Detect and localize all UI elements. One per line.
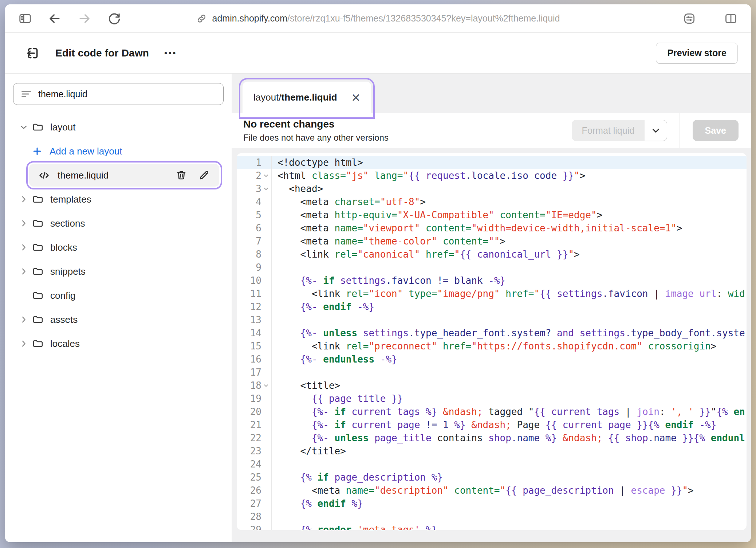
preview-store-button[interactable]: Preview store [656,43,738,64]
code-line-7[interactable]: 7 <meta name="theme-color" content=""> [237,235,747,248]
folder-icon [32,121,44,133]
sidebar-item-config[interactable]: config [13,283,224,308]
sidebar-item-snippets[interactable]: snippets [13,259,224,283]
fold-toggle-icon[interactable] [261,186,270,192]
code-editor[interactable]: 1<!doctype html>2<html class="js" lang="… [237,153,747,530]
code-text: <link rel="icon" type="image/png" href="… [272,287,747,300]
exit-icon [25,46,40,60]
gutter: 17 [237,366,272,379]
split-view-button[interactable] [722,9,740,28]
format-liquid-button[interactable]: Format liquid [572,120,645,141]
code-line-25[interactable]: 25 {% if page_description %} [237,471,747,484]
code-line-6[interactable]: 6 <meta name="viewport" content="width=d… [237,222,747,235]
line-number: 23 [237,446,261,457]
code-line-15[interactable]: 15 <link rel="preconnect" href="https://… [237,340,747,353]
code-line-9[interactable]: 9 [237,261,747,274]
code-line-27[interactable]: 27 {% endif %} [237,497,747,510]
page-settings-button[interactable] [680,9,698,28]
code-text: {% render 'meta-tags' %} [272,523,747,530]
chevron-right-icon[interactable] [18,338,29,349]
code-text: {%- if current_page != 1 %} &ndash; Page… [272,418,747,431]
code-line-12[interactable]: 12 {%- endif -%} [237,300,747,313]
url-bar[interactable]: admin.shopify.com/store/rzq1xu-f5/themes… [196,13,560,24]
version-info-bar: No recent changes File does not have any… [232,113,751,148]
line-number: 29 [237,524,261,530]
tab-theme-liquid[interactable]: layout/theme.liquid × [243,82,371,115]
line-number: 24 [237,459,261,470]
code-line-24[interactable]: 24 [237,458,747,471]
sidebar-toggle-button[interactable] [16,9,34,28]
forward-arrow-icon [77,11,92,26]
sidebar-item-theme-liquid-selected[interactable]: theme.liquid [29,164,219,187]
overflow-menu-button[interactable]: ••• [164,48,177,58]
gutter: 1 [237,156,272,169]
code-line-2[interactable]: 2<html class="js" lang="{{ request.local… [237,169,747,182]
line-number: 22 [237,432,261,443]
code-line-17[interactable]: 17 [237,366,747,379]
version-status-title: No recent changes [243,118,389,130]
line-number: 21 [237,419,261,430]
chevron-down-icon[interactable] [18,122,29,132]
url-text: admin.shopify.com/store/rzq1xu-f5/themes… [212,13,560,24]
code-line-5[interactable]: 5 <meta http-equiv="X-UA-Compatible" con… [237,208,747,222]
url-path: /store/rzq1xu-f5/themes/132683530345?key… [287,13,560,23]
exit-code-editor-button[interactable] [24,44,42,62]
add-layout-link[interactable]: Add a new layout [13,139,224,163]
code-line-3[interactable]: 3 <head> [237,182,747,195]
back-button[interactable] [45,9,64,28]
code-line-11[interactable]: 11 <link rel="icon" type="image/png" hre… [237,287,747,300]
sidebar-item-blocks[interactable]: blocks [13,235,224,259]
file-search-box[interactable] [13,83,224,105]
code-line-1[interactable]: 1<!doctype html> [237,156,747,169]
code-line-19[interactable]: 19 {{ page_title }} [237,392,747,405]
reload-icon [107,11,122,26]
code-line-16[interactable]: 16 {%- endunless -%} [237,353,747,366]
sidebar-item-layout[interactable]: layout [13,115,224,139]
chevron-right-icon[interactable] [18,314,29,325]
folder-icon [32,338,44,349]
code-line-21[interactable]: 21 {%- if current_page != 1 %} &ndash; P… [237,418,747,431]
code-line-18[interactable]: 18 <title> [237,379,747,392]
reload-button[interactable] [105,9,124,28]
code-text: {{ page_title }} [272,392,747,405]
code-line-28[interactable]: 28 [237,510,747,523]
code-line-26[interactable]: 26 <meta name="description" content="{{ … [237,484,747,497]
file-search-input[interactable] [38,89,216,99]
gutter: 20 [237,405,272,418]
gutter: 18 [237,379,272,392]
code-line-10[interactable]: 10 {%- if settings.favicon != blank -%} [237,274,747,287]
code-line-20[interactable]: 20 {%- if current_tags %} &ndash; tagged… [237,405,747,418]
chevron-right-icon[interactable] [18,218,29,228]
code-line-22[interactable]: 22 {%- unless page_title contains shop.n… [237,431,747,445]
rename-file-button[interactable] [197,169,210,182]
filter-icon [21,89,32,99]
sidebar-item-templates[interactable]: templates [13,187,224,211]
chevron-right-icon[interactable] [18,266,29,277]
tab-close-button[interactable]: × [351,91,361,103]
code-icon [38,169,50,181]
format-liquid-dropdown-button[interactable] [645,120,667,141]
chevron-right-icon[interactable] [18,194,29,204]
code-line-23[interactable]: 23 </title> [237,445,747,458]
link-icon [196,13,207,24]
gutter: 29 [237,523,272,530]
save-button[interactable]: Save [693,120,739,141]
sidebar-item-sections[interactable]: sections [13,211,224,235]
code-line-8[interactable]: 8 <link rel="canonical" href="{{ canonic… [237,248,747,261]
chevron-right-icon[interactable] [18,242,29,253]
code-line-14[interactable]: 14 {%- unless settings.type_header_font.… [237,326,747,340]
code-line-13[interactable]: 13 [237,313,747,326]
line-number: 5 [237,210,261,220]
forward-button[interactable] [75,9,94,28]
sidebar-item-locales[interactable]: locales [13,332,224,356]
sidebar-item-assets[interactable]: assets [13,308,224,332]
fold-toggle-icon[interactable] [261,173,270,179]
code-line-4[interactable]: 4 <meta charset="utf-8"> [237,195,747,208]
delete-file-button[interactable] [175,169,188,182]
fold-toggle-icon[interactable] [261,383,270,389]
file-label: theme.liquid [58,170,109,181]
gutter: 28 [237,510,272,523]
code-line-29[interactable]: 29 {% render 'meta-tags' %} [237,523,747,530]
code-text: {% endif %} [272,497,747,510]
code-text: <meta name="theme-color" content=""> [272,235,747,248]
